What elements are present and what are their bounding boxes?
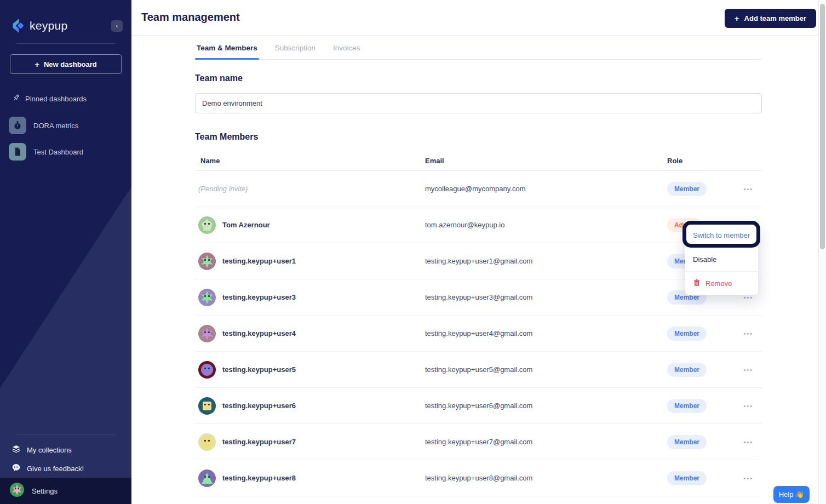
pinned-dashboards-label: Pinned dashboards bbox=[12, 94, 131, 104]
member-avatar bbox=[198, 289, 216, 306]
chat-icon bbox=[12, 463, 21, 474]
member-role-cell: Member bbox=[667, 182, 729, 196]
table-row: (Pending invite)mycolleague@mycompany.co… bbox=[195, 171, 762, 207]
role-badge: Member bbox=[667, 435, 707, 449]
add-team-member-button[interactable]: + Add team member bbox=[725, 9, 816, 28]
member-name-cell: testing.keypup+user1 bbox=[195, 253, 425, 270]
team-members-heading: Team Members bbox=[195, 132, 762, 142]
member-actions-cell: ••• bbox=[742, 182, 762, 196]
member-name: testing.keypup+user5 bbox=[222, 365, 296, 374]
table-row bbox=[195, 496, 762, 504]
member-email: testing.keypup+user3@gmail.com bbox=[425, 293, 667, 301]
member-email: testing.keypup+user1@gmail.com bbox=[425, 257, 667, 265]
member-name: testing.keypup+user1 bbox=[222, 257, 296, 265]
sidebar-item-give-us-feedback[interactable]: Give us feedback! bbox=[0, 459, 131, 478]
trash-icon bbox=[693, 279, 701, 288]
member-avatar bbox=[198, 433, 216, 451]
logo-row: keypup ‹ bbox=[0, 0, 131, 34]
row-context-menu: Switch to memberDisableRemove bbox=[685, 222, 759, 295]
member-name: testing.keypup+user7 bbox=[222, 438, 296, 446]
logo-text: keypup bbox=[30, 19, 111, 32]
pinned-item-label: DORA metrics bbox=[33, 122, 78, 130]
sidebar-divider bbox=[16, 434, 115, 435]
member-role-cell: Member bbox=[667, 363, 729, 377]
layers-icon bbox=[12, 444, 21, 455]
member-avatar bbox=[198, 253, 216, 270]
footer-item-label: Give us feedback! bbox=[27, 465, 84, 473]
sidebar-item-test-dashboard[interactable]: Test Dashboard bbox=[0, 139, 131, 165]
member-actions-cell: ••• bbox=[742, 327, 762, 340]
tab-team-members[interactable]: Team & Members bbox=[195, 36, 259, 59]
team-name-input[interactable] bbox=[195, 93, 762, 113]
row-menu-ellipsis-icon[interactable]: ••• bbox=[742, 182, 754, 196]
pinned-dashboards-list: DORA metricsTest Dashboard bbox=[0, 112, 131, 165]
table-row: testing.keypup+user7testing.keypup+user7… bbox=[195, 424, 762, 460]
member-role-cell: Member bbox=[667, 399, 729, 413]
member-role-cell: Member bbox=[667, 327, 729, 341]
stopwatch-icon bbox=[9, 117, 26, 134]
document-icon bbox=[9, 143, 26, 161]
user-avatar bbox=[10, 483, 24, 499]
member-avatar bbox=[198, 469, 216, 487]
team-name-heading: Team name bbox=[195, 73, 762, 83]
sidebar-divider bbox=[16, 43, 115, 44]
member-name-cell: Tom Azernour bbox=[195, 216, 425, 234]
pending-invite-label: (Pending invite) bbox=[198, 185, 248, 193]
footer-item-label: My collections bbox=[27, 446, 72, 454]
member-actions-cell: ••• bbox=[742, 399, 762, 413]
sidebar: keypup ‹ + New dashboard Pinned dashboar… bbox=[0, 0, 131, 504]
member-role-cell: Member bbox=[667, 435, 729, 449]
row-menu-ellipsis-icon[interactable]: ••• bbox=[742, 436, 754, 449]
row-menu-ellipsis-icon[interactable]: ••• bbox=[742, 327, 754, 340]
pinned-item-label: Test Dashboard bbox=[33, 148, 83, 156]
page-header: Team management + Add team member bbox=[131, 0, 818, 36]
new-dashboard-button[interactable]: + New dashboard bbox=[10, 54, 122, 74]
table-row: testing.keypup+user1testing.keypup+user1… bbox=[195, 243, 762, 279]
keypup-logo-icon bbox=[9, 18, 25, 34]
tab-invoices[interactable]: Invoices bbox=[331, 36, 362, 59]
row-menu-ellipsis-icon[interactable]: ••• bbox=[742, 472, 754, 485]
table-row: Tom Azernourtom.azernour@keypup.ioAdmin•… bbox=[195, 207, 762, 243]
new-dashboard-label: New dashboard bbox=[44, 60, 97, 68]
member-name-cell: testing.keypup+user3 bbox=[195, 289, 425, 306]
member-email: testing.keypup+user6@gmail.com bbox=[425, 402, 667, 410]
member-email: mycolleague@mycompany.com bbox=[425, 185, 667, 193]
settings-label: Settings bbox=[32, 487, 58, 495]
table-row: testing.keypup+user4testing.keypup+user4… bbox=[195, 316, 762, 352]
member-name: testing.keypup+user8 bbox=[222, 474, 296, 482]
row-menu-ellipsis-icon[interactable]: ••• bbox=[742, 363, 754, 376]
member-email: testing.keypup+user8@gmail.com bbox=[425, 474, 667, 482]
table-header-row: NameEmailRole bbox=[195, 151, 762, 171]
member-name: testing.keypup+user4 bbox=[222, 329, 296, 337]
member-avatar bbox=[198, 216, 216, 234]
member-email: testing.keypup+user5@gmail.com bbox=[425, 365, 667, 374]
role-badge: Member bbox=[667, 399, 707, 413]
sidebar-footer: My collectionsGive us feedback! bbox=[0, 434, 131, 478]
menu-item-label: Remove bbox=[705, 279, 732, 288]
add-team-member-label: Add team member bbox=[744, 14, 806, 22]
sidebar-item-dora-metrics[interactable]: DORA metrics bbox=[0, 112, 131, 139]
sidebar-item-settings[interactable]: Settings bbox=[0, 478, 131, 504]
tab-bar: Team & MembersSubscriptionInvoices bbox=[195, 36, 762, 60]
member-actions-cell: ••• bbox=[742, 363, 762, 376]
column-header-email: Email bbox=[425, 157, 667, 165]
member-name: Tom Azernour bbox=[222, 221, 270, 229]
member-name-cell: testing.keypup+user8 bbox=[195, 469, 425, 487]
table-row: testing.keypup+user3testing.keypup+user3… bbox=[195, 279, 762, 316]
help-button[interactable]: Help 👋 bbox=[773, 486, 810, 503]
member-name-cell: testing.keypup+user7 bbox=[195, 433, 425, 451]
member-avatar bbox=[198, 361, 216, 379]
tab-subscription[interactable]: Subscription bbox=[273, 36, 317, 59]
menu-item-disable[interactable]: Disable bbox=[685, 247, 758, 271]
member-avatar bbox=[198, 397, 216, 415]
column-header-role: Role bbox=[667, 157, 729, 165]
row-menu-ellipsis-icon[interactable]: ••• bbox=[742, 399, 754, 413]
sidebar-collapse-button[interactable]: ‹ bbox=[111, 20, 123, 32]
menu-item-switch-to-member[interactable]: Switch to member bbox=[685, 223, 758, 247]
menu-item-remove[interactable]: Remove bbox=[685, 271, 758, 295]
member-name-cell: testing.keypup+user4 bbox=[195, 325, 425, 342]
scrollbar-thumb[interactable] bbox=[820, 4, 825, 249]
table-row: testing.keypup+user6testing.keypup+user6… bbox=[195, 388, 762, 424]
sidebar-item-my-collections[interactable]: My collections bbox=[0, 440, 131, 459]
role-badge: Member bbox=[667, 327, 707, 341]
